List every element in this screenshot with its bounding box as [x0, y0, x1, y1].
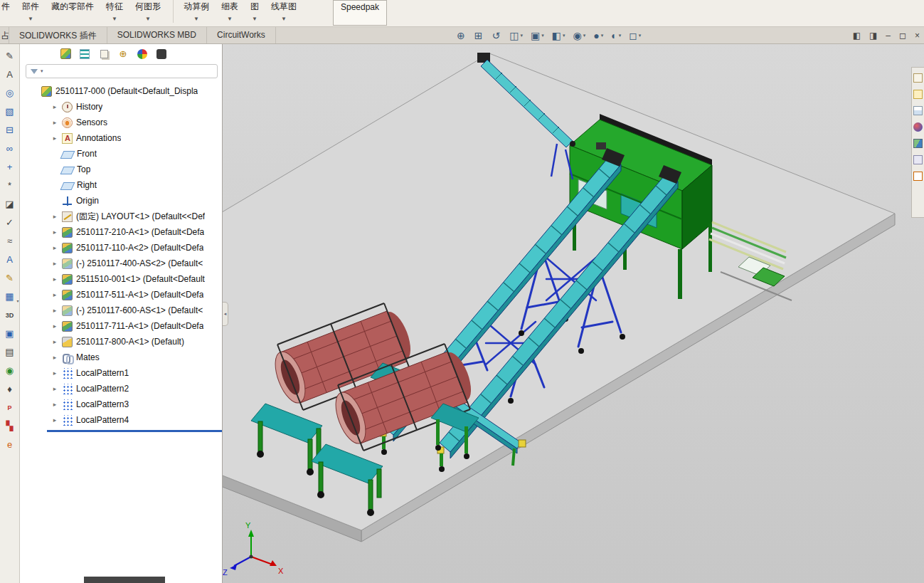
ribbon-button[interactable]: 何图形 — [135, 0, 161, 23]
expand-arrow-icon[interactable]: ▸ — [51, 119, 58, 126]
balloon-icon[interactable]: ◎ — [1, 85, 18, 100]
configurationmanager-tab[interactable] — [95, 46, 112, 62]
design-library-icon[interactable] — [913, 73, 923, 83]
show-right-pane-button[interactable]: ◨ — [869, 31, 877, 41]
view-palette-icon[interactable] — [913, 106, 923, 115]
tree-item[interactable]: ▸ (固定) LAYOUT<1> (Default<<Def — [51, 209, 222, 224]
tree-item[interactable]: ▸ LocalPattern3 — [51, 396, 222, 412]
dropdown-arrow-icon[interactable] — [28, 16, 33, 23]
commandmanager-tab[interactable]: SOLIDWORKS 插件 — [9, 27, 107, 43]
ribbon-button[interactable]: 线草图 — [271, 0, 297, 23]
minimize-button[interactable]: – — [886, 31, 891, 41]
tree-item[interactable]: ▸ History — [51, 99, 222, 115]
propertymanager-tab[interactable] — [76, 46, 93, 62]
commandmanager-tab[interactable]: CircuitWorks — [207, 27, 276, 43]
expand-arrow-icon[interactable]: ▸ — [51, 291, 58, 298]
show-left-pane-button[interactable]: ◧ — [853, 31, 861, 41]
expand-arrow-icon[interactable]: ▸ — [51, 354, 58, 361]
ribbon-button[interactable]: 部件 — [22, 0, 39, 23]
panel-splitter-handle[interactable] — [223, 302, 228, 326]
dropdown-arrow-icon[interactable] — [520, 33, 523, 38]
expand-arrow-icon[interactable]: ▸ — [51, 416, 58, 424]
mate-icon[interactable]: ∞ — [1, 141, 18, 156]
exploded-view-icon[interactable]: ▣ — [1, 326, 18, 341]
tree-item[interactable]: ▸ (-) 2510117-600-AS<1> (Default< — [51, 303, 222, 318]
dropdown-arrow-icon[interactable] — [41, 68, 43, 74]
ribbon-button[interactable]: 图 — [250, 0, 259, 23]
note-icon[interactable]: A — [1, 67, 18, 82]
tree-item[interactable]: ▸ Sensors — [51, 115, 222, 130]
tree-reorder-bar[interactable] — [47, 430, 222, 432]
apply-scene-button[interactable]: ◐ — [611, 30, 621, 41]
expand-arrow-icon[interactable]: ▸ — [51, 275, 58, 283]
expand-arrow-icon[interactable]: ▸ — [51, 338, 58, 345]
ribbon-button[interactable]: 特征 — [106, 0, 123, 23]
expand-arrow-icon[interactable]: ▸ — [51, 213, 58, 220]
ribbon-button[interactable]: 件 — [1, 0, 10, 23]
expand-arrow-icon[interactable]: ▸ — [51, 401, 58, 408]
tree-item[interactable]: ▸ 2510117-210-A<1> (Default<Defa — [51, 224, 222, 240]
restore-button[interactable]: ◻ — [899, 31, 906, 41]
close-button[interactable]: × — [915, 31, 920, 41]
expand-arrow-icon[interactable]: ▸ — [51, 135, 58, 142]
displaymanager-tab[interactable] — [134, 46, 151, 62]
section-view-button[interactable]: ◫ — [509, 30, 523, 41]
expand-arrow-icon[interactable]: ▸ — [51, 229, 58, 236]
dropdown-arrow-icon[interactable] — [281, 16, 287, 23]
file-explorer-icon[interactable] — [913, 90, 923, 99]
tree-item[interactable]: ▸ Mates — [51, 350, 222, 365]
ribbon-button[interactable]: 动算例 — [173, 0, 209, 23]
previous-view-button[interactable]: ↺ — [492, 30, 501, 41]
cam-tab[interactable] — [153, 46, 170, 62]
sketch-icon[interactable]: ✎ — [1, 48, 18, 63]
section-view-icon[interactable]: ◪ — [1, 196, 18, 211]
graphics-viewport[interactable]: Y X Z — [223, 44, 924, 583]
ribbon-button[interactable]: 细表 — [221, 0, 238, 23]
tree-filter-input[interactable] — [26, 64, 218, 78]
custom-properties-icon[interactable] — [913, 155, 923, 164]
expand-arrow-icon[interactable]: ▸ — [51, 244, 58, 251]
forum-icon[interactable] — [913, 172, 923, 181]
appearances-icon[interactable] — [913, 122, 923, 132]
render-world-icon[interactable]: ◉ — [1, 363, 18, 378]
weld-symbol-icon[interactable]: ▧ — [1, 104, 18, 119]
dropdown-arrow-icon[interactable] — [619, 33, 622, 38]
expand-arrow-icon[interactable]: ▸ — [51, 385, 58, 392]
dropdown-arrow-icon[interactable] — [252, 16, 257, 23]
expand-arrow-icon[interactable]: ▸ — [51, 322, 58, 330]
tree-item[interactable]: Right — [51, 177, 222, 193]
hide-show-items-button[interactable]: ◉ — [573, 30, 585, 41]
commandmanager-tab[interactable]: SOLIDWORKS MBD — [107, 27, 207, 43]
zoom-area-button[interactable]: ⊞ — [474, 30, 484, 41]
display-style-button[interactable]: ◧ — [552, 30, 565, 41]
publish-blocks-icon[interactable]: ▚ — [1, 419, 18, 434]
tree-item[interactable]: ▸ 2511510-001<1> (Default<Default — [51, 271, 222, 287]
dropdown-arrow-icon[interactable] — [227, 16, 233, 23]
smart-fastener-icon[interactable]: * — [1, 178, 18, 193]
edrawings-icon[interactable]: e — [1, 437, 18, 452]
dropdown-arrow-icon[interactable] — [193, 16, 199, 23]
tree-item[interactable]: Top — [51, 162, 222, 177]
tree-item[interactable]: Front — [51, 146, 222, 162]
tree-item[interactable]: ▸ LocalPattern4 — [51, 412, 222, 428]
tree-item[interactable]: ▸ LocalPattern2 — [51, 381, 222, 396]
drawing-sheets-icon[interactable]: ▤ — [1, 345, 18, 359]
edit-appearance-button[interactable]: ● — [593, 30, 603, 41]
dropdown-arrow-icon[interactable] — [583, 33, 586, 38]
tree-item[interactable]: ▸ (-) 2510117-400-AS<2> (Default< — [51, 256, 222, 271]
tree-item[interactable]: ▸ 2510117-800-A<1> (Default) — [51, 334, 222, 350]
tree-root-item[interactable]: 2510117-000 (Default<Default_Displa — [41, 83, 222, 99]
commandmanager-tab[interactable]: 占 — [0, 27, 9, 43]
dropdown-arrow-icon[interactable] — [541, 33, 544, 38]
3d-sketch-icon[interactable]: 3D — [1, 308, 18, 322]
dropdown-arrow-icon[interactable] — [639, 33, 642, 38]
tree-item[interactable]: ▸ 2510117-711-A<1> (Default<Defa — [51, 318, 222, 334]
expand-arrow-icon[interactable]: ▸ — [51, 103, 58, 110]
move-component-icon[interactable]: + — [1, 159, 18, 174]
toolbox-icon[interactable]: ♦ — [1, 382, 18, 396]
view-settings-button[interactable]: ◻ — [629, 30, 641, 41]
tree-item[interactable]: ▸ Annotations — [51, 130, 222, 146]
view-orientation-button[interactable]: ▣ — [531, 30, 544, 41]
publish-pdf-icon[interactable]: P — [1, 400, 18, 415]
tree-item[interactable]: ▸ LocalPattern1 — [51, 365, 222, 381]
